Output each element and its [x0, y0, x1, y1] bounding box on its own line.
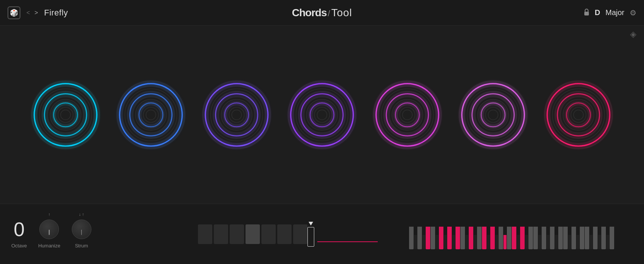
chord-circle-5[interactable]: [371, 78, 444, 152]
humanize-label: Humanize: [38, 243, 60, 249]
piano-key-21[interactable]: [499, 227, 503, 249]
piano-key-36[interactable]: [563, 227, 568, 249]
piano-key-43[interactable]: [593, 227, 598, 249]
piano-key-29[interactable]: [533, 227, 538, 249]
piano-key-27[interactable]: [525, 235, 528, 249]
seq-pad-6[interactable]: [277, 224, 292, 244]
piano-key-23[interactable]: [507, 227, 511, 249]
seq-pad-2[interactable]: [214, 224, 228, 244]
gear-icon[interactable]: ⚙: [630, 8, 636, 17]
main: ◈ 0 Octave ↑ Humanize ↓ ↑: [0, 26, 644, 264]
seq-pad-5[interactable]: [261, 224, 276, 244]
key-label: D: [595, 8, 600, 17]
octave-value: 0: [14, 219, 25, 239]
header-right: D Major ⚙: [584, 8, 636, 17]
nav-forward-button[interactable]: >: [33, 9, 39, 17]
header-center: Chords / Tool: [292, 7, 352, 19]
piano-key-13[interactable]: [465, 235, 468, 249]
piano-key-22[interactable]: [503, 235, 507, 249]
humanize-knob[interactable]: [39, 219, 59, 239]
play-cursor: [307, 227, 314, 247]
circles-area: ◈: [0, 26, 644, 204]
piano-key-33[interactable]: [550, 227, 554, 249]
piano-key-34[interactable]: [555, 235, 558, 249]
piano-key-47[interactable]: [610, 227, 614, 249]
chord-canvas-1: [29, 78, 102, 152]
piano-key-46[interactable]: [606, 235, 609, 249]
seq-line: [317, 241, 378, 242]
dice-icon[interactable]: 🎲: [8, 6, 20, 19]
humanize-control: ↑ Humanize: [38, 212, 60, 249]
svg-rect-0: [584, 12, 589, 15]
piano-key-19[interactable]: [490, 227, 495, 249]
piano-key-20[interactable]: [495, 235, 498, 249]
piano-key-44[interactable]: [598, 235, 601, 249]
piano-key-7[interactable]: [439, 227, 443, 249]
chord-circle-6[interactable]: [456, 78, 530, 152]
seq-pad-3[interactable]: [230, 224, 244, 244]
chord-circle-4[interactable]: [285, 78, 359, 152]
piano-key-42[interactable]: [590, 235, 593, 249]
seq-pad-4[interactable]: [246, 224, 260, 244]
piano-key-26[interactable]: [520, 227, 525, 249]
piano-key-1[interactable]: [414, 235, 417, 249]
piano-key-41[interactable]: [585, 227, 589, 249]
piano-key-35[interactable]: [558, 227, 563, 249]
piano-key-32[interactable]: [547, 235, 550, 249]
chord-canvas-5: [371, 78, 444, 152]
piano-key-4[interactable]: [426, 227, 430, 249]
humanize-arrows: ↑: [48, 212, 51, 216]
piano-key-8[interactable]: [444, 235, 447, 249]
strum-arrows: ↓ ↑: [79, 212, 84, 216]
knob-indicator: [49, 230, 50, 235]
seq-pad-7[interactable]: [293, 224, 307, 244]
piano-key-39[interactable]: [576, 235, 579, 249]
mode-label: Major: [605, 8, 624, 17]
piano-key-12[interactable]: [460, 227, 465, 249]
piano-key-14[interactable]: [469, 227, 473, 249]
piano-key-15[interactable]: [474, 235, 477, 249]
piano-key-10[interactable]: [452, 235, 455, 249]
strum-knob[interactable]: [72, 219, 91, 239]
piano-key-3[interactable]: [422, 235, 425, 249]
piano-key-40[interactable]: [580, 227, 584, 249]
controls-section: 0 Octave ↑ Humanize ↓ ↑ Strum: [11, 212, 170, 256]
chord-canvas-3: [200, 78, 273, 152]
chord-circle-7[interactable]: [542, 78, 615, 152]
compass-icon[interactable]: ◈: [630, 29, 636, 39]
piano-key-31[interactable]: [542, 227, 546, 249]
piano-key-45[interactable]: [601, 227, 606, 249]
piano-key-11[interactable]: [456, 227, 460, 249]
chord-circle-2[interactable]: [114, 78, 188, 152]
piano-key-6[interactable]: [436, 235, 439, 249]
nav-arrows: < >: [25, 9, 40, 17]
piano-key-5[interactable]: [431, 227, 435, 249]
piano-key-16[interactable]: [477, 227, 482, 249]
play-triangle: [309, 222, 313, 226]
sequencer-section: [170, 222, 409, 247]
piano-key-28[interactable]: [528, 227, 533, 249]
piano-key-17[interactable]: [482, 227, 486, 249]
brand-chords: Chords: [292, 7, 327, 19]
piano-key-30[interactable]: [538, 235, 541, 249]
knob-indicator: [81, 230, 82, 235]
piano-key-38[interactable]: [571, 227, 576, 249]
piano-key-9[interactable]: [447, 227, 452, 249]
piano-key-2[interactable]: [417, 227, 422, 249]
chord-canvas-4: [285, 78, 359, 152]
chord-circle-1[interactable]: [29, 78, 102, 152]
chord-canvas-7: [542, 78, 615, 152]
nav-back-button[interactable]: <: [25, 9, 31, 17]
piano-key-25[interactable]: [517, 235, 520, 249]
piano-key-0[interactable]: [409, 227, 414, 249]
header: 🎲 < > Firefly Chords / Tool D Major ⚙: [0, 0, 644, 26]
piano-key-18[interactable]: [487, 235, 490, 249]
piano-key-24[interactable]: [512, 227, 516, 249]
lock-icon[interactable]: [584, 8, 590, 17]
piano-key-37[interactable]: [568, 235, 571, 249]
strum-control: ↓ ↑ Strum: [72, 212, 91, 249]
header-left: 🎲 < > Firefly: [8, 6, 68, 19]
chord-circle-3[interactable]: [200, 78, 273, 152]
seq-pad-1[interactable]: [198, 224, 212, 244]
seq-pads: [198, 224, 307, 244]
